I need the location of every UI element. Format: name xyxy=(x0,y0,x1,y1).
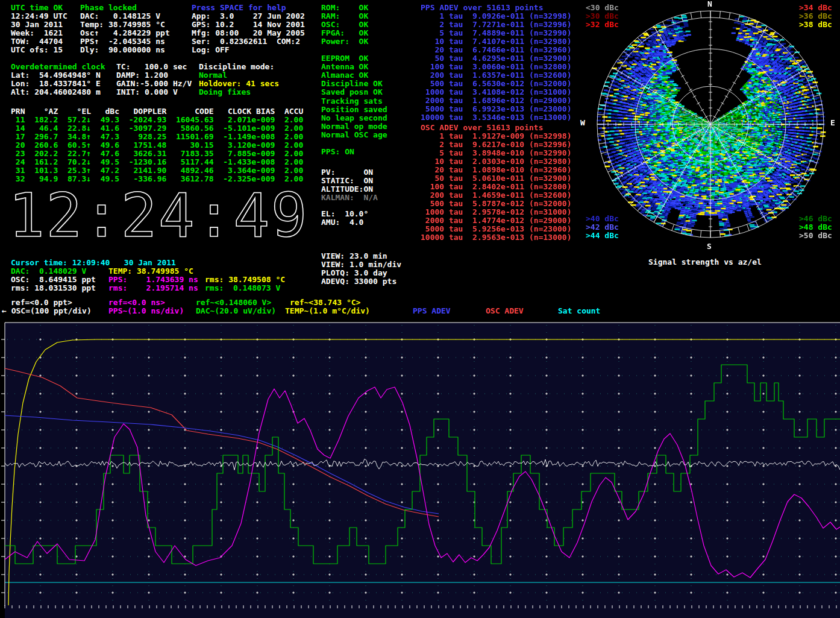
legend-gt36dbc: >36 dBc xyxy=(799,12,832,20)
cursor-time: Cursor time: 12:09:40 30 Jan 2011 xyxy=(11,259,176,267)
saved-posn-status: Saved posn OK xyxy=(321,88,383,96)
almanac-status: Almanac OK xyxy=(321,71,368,80)
gain-value: GAIN:-5.000 Hz/V xyxy=(116,80,192,88)
static-state: STATIC: ON xyxy=(321,177,373,185)
legend-gt38dbc: >38 dBc xyxy=(799,20,832,29)
utc-time: 12:24:49 UTC xyxy=(11,12,67,20)
legend-gt42dbc: >42 dBc xyxy=(586,223,619,232)
pps-adev-row: 10 tau 7.4107e-011 (n=32980) xyxy=(421,37,571,46)
sat-table-row: 32 94.9 87.3↓ 49.5 -336.96 3612.78 -2.32… xyxy=(11,175,303,183)
legend-gt44dbc: >44 dBc xyxy=(586,232,619,240)
rom-status: ROM: OK xyxy=(321,4,368,12)
rms-osc: rms: 18.031530 ppt xyxy=(11,284,96,292)
discipline-mode-normal: Normal xyxy=(199,71,227,80)
sat-table-row: 11 182.2 57.2↓ 49.3 -2024.93 16045.63 2.… xyxy=(11,116,303,124)
help-hint: Press SPACE for help xyxy=(192,4,286,12)
adevq-value: ADEVQ: 33000 pts xyxy=(321,277,396,286)
latitude: Lat: 54.4964948° N xyxy=(11,71,101,80)
pps-adev-row: 5000 tau 6.9923e-013 (n=23000) xyxy=(421,105,571,113)
osc-status: OSC: OK xyxy=(321,20,368,29)
el-mask: EL: 10.0° xyxy=(321,210,368,218)
osc-adev-row: 10000 tau 2.9563e-013 (n=13000) xyxy=(421,233,571,242)
gps-week: Week: 1621 xyxy=(11,29,63,37)
sat-table-row: 24 161.2 70.2↓ 49.5 -1230.16 5117.44 -1.… xyxy=(11,158,303,166)
view-per-div: VIEW: 1.0 min/div xyxy=(321,260,401,269)
power-status: Power: OK xyxy=(321,37,368,46)
mfg-date: Mfg: 08:00 20 May 2005 xyxy=(192,29,305,37)
sat-table-row: 17 296.7 34.8↑ 47.3 928.25 11501.69 -1.1… xyxy=(11,133,303,141)
legend-gt46dbc: >46 dBc xyxy=(799,215,832,223)
temp-readout: Temp: 38.749985 °C xyxy=(80,20,165,29)
cursor-temp: TEMP: 38.749985 °C xyxy=(108,267,193,276)
satellite-signal-map xyxy=(587,0,834,251)
cursor-pps: PPS: 1.743639 ns xyxy=(108,276,198,284)
rms-dac: rms: 0.148073 V xyxy=(205,284,280,292)
ref-pps: ref=<0.0 ns> xyxy=(108,298,165,307)
osc-adev-row: 5000 tau 5.9256e-013 (n=23000) xyxy=(421,225,571,233)
osc-age-status: Normal OSC age xyxy=(321,131,387,139)
init-value: INIT: 0.000 V xyxy=(116,88,178,96)
pps-adev-row: 10000 tau 3.5346e-013 (n=13000) xyxy=(421,113,571,122)
pps-adev-row: 20 tau 6.7466e-011 (n=32960) xyxy=(421,46,571,54)
tracking-status: Tracking sats xyxy=(321,97,383,106)
view-total: VIEW: 23.0 min xyxy=(321,252,387,260)
longitude: Lon: 18.4337841° E xyxy=(11,80,101,88)
osc-adev-row: 1000 tau 2.9578e-012 (n=31000) xyxy=(421,208,571,216)
damp-value: DAMP: 1.200 xyxy=(116,71,168,80)
eeprom-status: EEPROM OK xyxy=(321,54,368,63)
polar-caption: Signal strength vs az/el xyxy=(648,258,762,266)
ref-osc: ref=<0.0 ppt> xyxy=(11,298,72,307)
osc-adev-row: 200 tau 1.4659e-011 (n=32600) xyxy=(421,191,571,200)
phase-status: Phase locked xyxy=(80,4,137,12)
utc-offset: UTC ofs: 15 xyxy=(11,46,63,54)
app-version: App: 3.0 27 Jun 2002 xyxy=(192,12,305,20)
sat-table-row: 23 202.2 22.7↑ 47.6 3626.31 7183.35 7.88… xyxy=(11,150,303,158)
scale-osc: ← OSC=(100 ppt/div) xyxy=(2,307,92,315)
plotq-value: PLOTQ: 3.0 day xyxy=(321,269,387,277)
osc-adev-row: 5 tau 3.8948e-010 (n=32990) xyxy=(421,149,571,157)
compass-e: E xyxy=(830,119,835,127)
altitude-state: ALTITUDE:ON xyxy=(321,185,373,194)
legend-gt32dbc: >32 dBc xyxy=(586,20,619,29)
dac-readout: DAC: 0.148125 V xyxy=(80,12,160,20)
legend-lt30dbc: <30 dBc xyxy=(586,4,619,12)
tc-value: TC: 100.0 sec xyxy=(116,63,187,71)
dly-readout: Dly: 90.000000 ns xyxy=(80,46,165,54)
leap-status: No leap second xyxy=(321,114,387,122)
lady-heather-screen: 12:24:49 Signal strength vs az/el UTC ti… xyxy=(0,0,840,618)
gps-version: GPS: 10.2 14 Nov 2001 xyxy=(192,20,305,29)
position-status: Position saved xyxy=(321,106,387,114)
pps-adev-title: PPS ADEV over 51613 points xyxy=(421,4,544,12)
sat-table-header: PRN °AZ °EL dBc DOPPLER CODE CLOCK BIAS … xyxy=(11,107,303,116)
ram-status: RAM: OK xyxy=(321,12,368,20)
holdover-status: Holdover: 41 secs xyxy=(199,80,279,88)
altitude: Alt: 204.46002480 m xyxy=(11,88,101,96)
pps-adev-row: 1000 tau 3.4108e-012 (n=31000) xyxy=(421,88,571,96)
legend-gt48dbc: >48 dBc xyxy=(799,223,832,232)
legend-osc-adev: OSC ADEV xyxy=(486,307,524,315)
pps-adev-row: 200 tau 1.6357e-011 (n=32600) xyxy=(421,71,571,80)
log-status: Log: OFF xyxy=(192,46,230,54)
sat-table-row: 14 46.4 22.8↓ 41.6 -3097.29 5860.56 -5.1… xyxy=(11,124,303,133)
cursor-dac: DAC: 0.148029 V xyxy=(11,267,86,276)
sat-table-row: 20 260.6 60.5↑ 49.6 1751.48 30.15 3.120e… xyxy=(11,141,303,150)
rms-temp: rms: 38.749508 °C xyxy=(205,276,285,284)
serial-number: Ser: 0.82362611 COM:2 xyxy=(192,37,300,46)
main-plot[interactable] xyxy=(0,320,840,618)
pps-adev-row: 2 tau 7.7271e-011 (n=32996) xyxy=(421,20,571,29)
pps-adev-row: 1 tau 9.0926e-011 (n=32998) xyxy=(421,12,571,20)
compass-s: S xyxy=(707,242,712,251)
fix-status: Doing fixes xyxy=(199,88,251,96)
op-mode-status: Normal op mode xyxy=(321,122,387,131)
scale-pps: PPS~(1.0 ns/div) xyxy=(108,307,184,315)
osc-adev-row: 2 tau 9.6217e-010 (n=32996) xyxy=(421,140,571,149)
utc-date: 30 Jan 2011 xyxy=(11,20,63,29)
pps-adev-row: 500 tau 6.5630e-012 (n=32000) xyxy=(421,80,571,88)
pps-adev-row: 50 tau 4.6295e-011 (n=32900) xyxy=(421,54,571,63)
legend-gt30dbc: >30 dBc xyxy=(586,12,619,20)
osc-readout: Osc↑ 4.284229 ppt xyxy=(80,29,170,37)
sat-table-row: 31 101.3 25.3↑ 47.2 2141.90 4892.46 3.36… xyxy=(11,166,303,175)
pps-adev-row: 2000 tau 1.6896e-012 (n=29000) xyxy=(421,96,571,105)
ref-dac: ref~<0.148060 V> xyxy=(196,298,271,307)
antenna-status: Antenna OK xyxy=(321,63,368,71)
